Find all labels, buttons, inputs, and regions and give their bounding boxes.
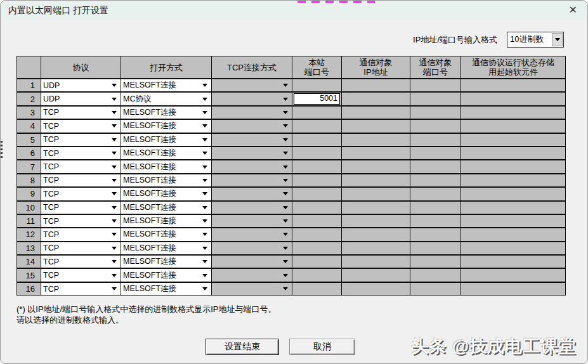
chevron-down-icon[interactable] bbox=[202, 84, 207, 87]
chevron-down-icon[interactable] bbox=[112, 219, 117, 223]
open-method-select[interactable]: MELSOFT连接 bbox=[121, 228, 211, 240]
protocol-select[interactable]: TCP bbox=[41, 283, 121, 295]
open-method-select[interactable]: MELSOFT连接 bbox=[121, 215, 211, 227]
open-method-select[interactable]: MELSOFT连接 bbox=[121, 160, 211, 172]
chevron-down-icon[interactable] bbox=[283, 219, 288, 223]
chevron-down-icon[interactable] bbox=[283, 138, 288, 141]
cancel-button[interactable]: 取消 bbox=[289, 339, 355, 355]
chevron-down-icon[interactable] bbox=[202, 287, 207, 290]
open-method-select[interactable]: MELSOFT连接 bbox=[121, 107, 211, 119]
open-method-select[interactable]: MELSOFT连接 bbox=[121, 174, 211, 186]
chevron-down-icon[interactable] bbox=[283, 192, 288, 195]
chevron-down-icon[interactable] bbox=[112, 274, 117, 277]
chevron-down-icon[interactable] bbox=[112, 166, 117, 169]
open-method-select[interactable]: MELSOFT连接 bbox=[121, 120, 211, 132]
chevron-down-icon[interactable] bbox=[112, 179, 117, 182]
chevron-down-icon[interactable] bbox=[202, 206, 207, 209]
chevron-down-icon[interactable] bbox=[202, 152, 207, 155]
chevron-down-icon[interactable] bbox=[112, 206, 117, 209]
protocol-select[interactable]: TCP bbox=[41, 174, 121, 186]
chevron-down-icon[interactable] bbox=[283, 247, 288, 250]
protocol-select[interactable]: TCP bbox=[41, 134, 121, 146]
protocol-select[interactable]: TCP bbox=[41, 147, 121, 159]
chevron-down-icon[interactable] bbox=[283, 111, 288, 114]
chevron-down-icon[interactable] bbox=[112, 260, 117, 263]
open-method-select[interactable]: MELSOFT连接 bbox=[121, 79, 211, 91]
chevron-down-icon[interactable] bbox=[283, 206, 288, 209]
chevron-down-icon[interactable] bbox=[202, 233, 207, 236]
tcp-mode-select[interactable] bbox=[212, 228, 292, 240]
close-icon[interactable]: ✕ bbox=[569, 4, 577, 16]
tcp-mode-select[interactable] bbox=[212, 242, 292, 254]
tcp-mode-select[interactable] bbox=[212, 215, 292, 227]
chevron-down-icon[interactable] bbox=[283, 166, 288, 169]
chevron-down-icon[interactable] bbox=[112, 111, 117, 114]
chevron-down-icon[interactable] bbox=[112, 138, 117, 141]
chevron-down-icon[interactable] bbox=[112, 287, 117, 290]
chevron-down-icon[interactable] bbox=[112, 192, 117, 195]
chevron-down-icon[interactable] bbox=[202, 274, 207, 277]
open-method-select[interactable]: MELSOFT连接 bbox=[121, 134, 211, 146]
tcp-mode-select[interactable] bbox=[212, 188, 292, 200]
chevron-down-icon[interactable] bbox=[112, 98, 117, 101]
protocol-select[interactable]: TCP bbox=[41, 202, 121, 214]
open-method-select[interactable]: MC协议 bbox=[121, 93, 211, 105]
protocol-select[interactable]: TCP bbox=[41, 107, 121, 119]
chevron-down-icon[interactable] bbox=[202, 111, 207, 114]
tcp-mode-select[interactable] bbox=[212, 160, 292, 172]
protocol-select[interactable]: TCP bbox=[41, 242, 121, 254]
chevron-down-icon[interactable] bbox=[283, 98, 288, 101]
protocol-select[interactable]: TCP bbox=[41, 269, 121, 281]
chevron-down-icon[interactable] bbox=[112, 152, 117, 155]
chevron-down-icon[interactable] bbox=[283, 260, 288, 263]
tcp-mode-select[interactable] bbox=[212, 256, 292, 268]
protocol-select[interactable]: TCP bbox=[41, 120, 121, 132]
protocol-select[interactable]: TCP bbox=[41, 256, 121, 268]
chevron-down-icon[interactable] bbox=[202, 179, 207, 182]
chevron-down-icon[interactable] bbox=[202, 219, 207, 223]
chevron-down-icon[interactable] bbox=[112, 233, 117, 236]
chevron-down-icon[interactable] bbox=[202, 247, 207, 250]
open-method-select[interactable]: MELSOFT连接 bbox=[121, 283, 211, 295]
local-port-input[interactable]: 5001 bbox=[294, 93, 340, 104]
open-method-select[interactable]: MELSOFT连接 bbox=[121, 202, 211, 214]
open-method-select[interactable]: MELSOFT连接 bbox=[121, 188, 211, 200]
protocol-select[interactable]: TCP bbox=[41, 188, 121, 200]
tcp-mode-select[interactable] bbox=[212, 147, 292, 159]
confirm-button[interactable]: 设置结束 bbox=[206, 339, 279, 355]
chevron-down-icon[interactable] bbox=[202, 124, 207, 127]
protocol-select[interactable]: UDP bbox=[41, 93, 121, 105]
chevron-down-icon[interactable] bbox=[112, 124, 117, 127]
chevron-down-icon[interactable] bbox=[283, 84, 288, 87]
chevron-down-icon[interactable] bbox=[202, 260, 207, 263]
open-method-select[interactable]: MELSOFT连接 bbox=[121, 242, 211, 254]
chevron-down-icon[interactable] bbox=[112, 84, 117, 87]
tcp-mode-select[interactable] bbox=[212, 120, 292, 132]
chevron-down-icon[interactable] bbox=[202, 192, 207, 195]
chevron-down-icon[interactable] bbox=[283, 274, 288, 277]
open-method-select[interactable]: MELSOFT连接 bbox=[121, 147, 211, 159]
chevron-down-icon[interactable] bbox=[283, 233, 288, 236]
protocol-select[interactable]: TCP bbox=[41, 228, 121, 240]
tcp-mode-select[interactable] bbox=[212, 269, 292, 281]
chevron-down-icon[interactable] bbox=[283, 287, 288, 290]
protocol-select[interactable]: UDP bbox=[41, 79, 121, 91]
tcp-mode-select[interactable] bbox=[212, 107, 292, 119]
tcp-mode-select[interactable] bbox=[212, 134, 292, 146]
chevron-down-icon[interactable] bbox=[283, 179, 288, 182]
chevron-down-icon[interactable] bbox=[202, 166, 207, 169]
chevron-down-icon[interactable] bbox=[202, 98, 207, 101]
tcp-mode-select[interactable] bbox=[212, 174, 292, 186]
chevron-down-icon[interactable] bbox=[202, 138, 207, 141]
protocol-select[interactable]: TCP bbox=[41, 160, 121, 172]
open-method-select[interactable]: MELSOFT连接 bbox=[121, 256, 211, 268]
tcp-mode-select[interactable] bbox=[212, 93, 292, 105]
format-select[interactable]: 10进制数 bbox=[507, 32, 564, 48]
chevron-down-icon[interactable] bbox=[112, 247, 117, 250]
chevron-down-icon[interactable] bbox=[283, 124, 288, 127]
chevron-down-icon[interactable] bbox=[552, 33, 563, 46]
chevron-down-icon[interactable] bbox=[283, 152, 288, 155]
tcp-mode-select[interactable] bbox=[212, 283, 292, 295]
tcp-mode-select[interactable] bbox=[212, 202, 292, 214]
open-method-select[interactable]: MELSOFT连接 bbox=[121, 269, 211, 281]
